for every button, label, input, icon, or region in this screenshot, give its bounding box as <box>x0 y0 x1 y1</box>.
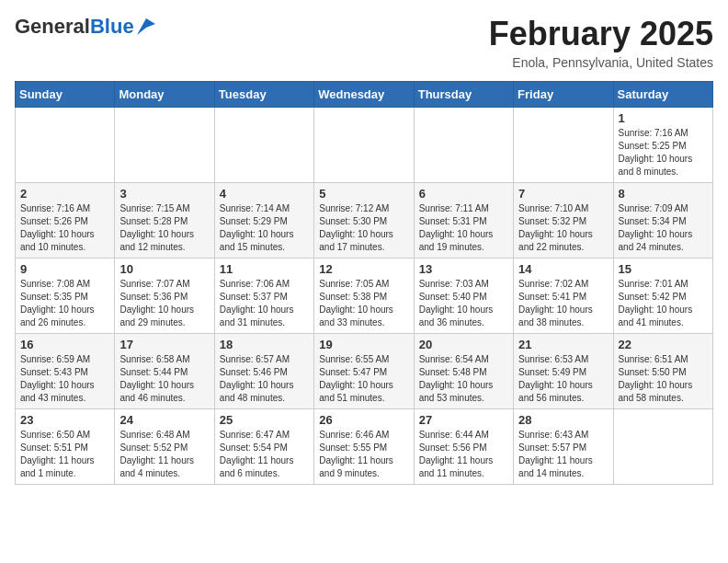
day-info: Sunrise: 6:54 AM Sunset: 5:48 PM Dayligh… <box>419 353 508 405</box>
calendar-cell: 21Sunrise: 6:53 AM Sunset: 5:49 PM Dayli… <box>514 334 613 409</box>
day-number: 14 <box>518 262 608 276</box>
calendar-cell: 3Sunrise: 7:15 AM Sunset: 5:28 PM Daylig… <box>115 183 214 259</box>
day-info: Sunrise: 7:09 AM Sunset: 5:34 PM Dayligh… <box>619 202 708 254</box>
calendar-cell: 10Sunrise: 7:07 AM Sunset: 5:36 PM Dayli… <box>115 259 214 334</box>
day-info: Sunrise: 7:15 AM Sunset: 5:28 PM Dayligh… <box>119 202 209 254</box>
day-number: 4 <box>220 187 309 201</box>
day-info: Sunrise: 7:03 AM Sunset: 5:40 PM Dayligh… <box>419 278 508 329</box>
day-number: 15 <box>619 262 708 276</box>
day-info: Sunrise: 7:01 AM Sunset: 5:42 PM Dayligh… <box>619 278 708 329</box>
day-number: 27 <box>419 413 508 427</box>
day-number: 7 <box>518 187 608 201</box>
calendar-cell: 5Sunrise: 7:12 AM Sunset: 5:30 PM Daylig… <box>314 183 414 259</box>
day-number: 3 <box>119 187 209 201</box>
day-number: 11 <box>220 262 309 276</box>
day-info: Sunrise: 7:11 AM Sunset: 5:31 PM Dayligh… <box>419 202 508 254</box>
day-info: Sunrise: 7:05 AM Sunset: 5:38 PM Dayligh… <box>319 278 408 329</box>
calendar-cell: 23Sunrise: 6:50 AM Sunset: 5:51 PM Dayli… <box>16 409 115 485</box>
calendar-week-row: 9Sunrise: 7:08 AM Sunset: 5:35 PM Daylig… <box>16 259 713 334</box>
calendar-cell: 6Sunrise: 7:11 AM Sunset: 5:31 PM Daylig… <box>414 183 513 259</box>
day-info: Sunrise: 7:16 AM Sunset: 5:26 PM Dayligh… <box>20 202 109 254</box>
logo-bird-icon <box>137 18 155 35</box>
day-number: 8 <box>619 187 708 201</box>
calendar-header-row: SundayMondayTuesdayWednesdayThursdayFrid… <box>16 82 713 108</box>
weekday-header-monday: Monday <box>115 82 214 108</box>
calendar-week-row: 16Sunrise: 6:59 AM Sunset: 5:43 PM Dayli… <box>16 334 713 409</box>
calendar-cell: 15Sunrise: 7:01 AM Sunset: 5:42 PM Dayli… <box>613 259 712 334</box>
day-number: 6 <box>419 187 508 201</box>
day-info: Sunrise: 6:47 AM Sunset: 5:54 PM Dayligh… <box>220 429 309 480</box>
day-number: 23 <box>20 413 109 427</box>
calendar-cell: 26Sunrise: 6:46 AM Sunset: 5:55 PM Dayli… <box>314 409 414 485</box>
weekday-header-sunday: Sunday <box>16 82 115 108</box>
day-info: Sunrise: 6:46 AM Sunset: 5:55 PM Dayligh… <box>319 429 408 480</box>
title-block: February 2025 Enola, Pennsylvania, Unite… <box>489 15 713 70</box>
day-info: Sunrise: 6:43 AM Sunset: 5:57 PM Dayligh… <box>518 429 608 480</box>
day-number: 22 <box>619 338 708 351</box>
day-number: 16 <box>20 338 109 351</box>
calendar-cell: 12Sunrise: 7:05 AM Sunset: 5:38 PM Dayli… <box>314 259 414 334</box>
logo-blue-text: Blue <box>90 15 134 39</box>
calendar-cell: 14Sunrise: 7:02 AM Sunset: 5:41 PM Dayli… <box>514 259 613 334</box>
day-number: 19 <box>319 338 408 351</box>
day-info: Sunrise: 7:16 AM Sunset: 5:25 PM Dayligh… <box>619 127 708 178</box>
day-number: 2 <box>20 187 109 201</box>
day-info: Sunrise: 7:02 AM Sunset: 5:41 PM Dayligh… <box>518 278 608 329</box>
calendar-cell <box>214 108 313 183</box>
logo: GeneralBlue <box>15 15 155 39</box>
calendar-cell: 11Sunrise: 7:06 AM Sunset: 5:37 PM Dayli… <box>214 259 313 334</box>
month-title: February 2025 <box>489 15 713 53</box>
day-number: 18 <box>220 338 309 351</box>
day-info: Sunrise: 6:53 AM Sunset: 5:49 PM Dayligh… <box>518 353 608 405</box>
weekday-header-saturday: Saturday <box>613 82 712 108</box>
logo-general-text: General <box>15 15 90 39</box>
day-info: Sunrise: 7:07 AM Sunset: 5:36 PM Dayligh… <box>119 278 209 329</box>
calendar-cell: 27Sunrise: 6:44 AM Sunset: 5:56 PM Dayli… <box>414 409 513 485</box>
day-info: Sunrise: 7:08 AM Sunset: 5:35 PM Dayligh… <box>20 278 109 329</box>
day-info: Sunrise: 6:59 AM Sunset: 5:43 PM Dayligh… <box>20 353 109 405</box>
weekday-header-thursday: Thursday <box>414 82 513 108</box>
day-info: Sunrise: 6:44 AM Sunset: 5:56 PM Dayligh… <box>419 429 508 480</box>
calendar-cell: 7Sunrise: 7:10 AM Sunset: 5:32 PM Daylig… <box>514 183 613 259</box>
weekday-header-tuesday: Tuesday <box>214 82 313 108</box>
day-number: 20 <box>419 338 508 351</box>
day-number: 5 <box>319 187 408 201</box>
day-number: 1 <box>619 111 708 125</box>
calendar-cell: 2Sunrise: 7:16 AM Sunset: 5:26 PM Daylig… <box>16 183 115 259</box>
calendar-cell: 22Sunrise: 6:51 AM Sunset: 5:50 PM Dayli… <box>613 334 712 409</box>
calendar-cell <box>414 108 513 183</box>
calendar-cell: 18Sunrise: 6:57 AM Sunset: 5:46 PM Dayli… <box>214 334 313 409</box>
day-info: Sunrise: 6:50 AM Sunset: 5:51 PM Dayligh… <box>20 429 109 480</box>
calendar-table: SundayMondayTuesdayWednesdayThursdayFrid… <box>15 81 713 485</box>
day-info: Sunrise: 6:48 AM Sunset: 5:52 PM Dayligh… <box>119 429 209 480</box>
calendar-cell <box>115 108 214 183</box>
day-info: Sunrise: 7:10 AM Sunset: 5:32 PM Dayligh… <box>518 202 608 254</box>
day-info: Sunrise: 7:06 AM Sunset: 5:37 PM Dayligh… <box>220 278 309 329</box>
calendar-cell <box>314 108 414 183</box>
calendar-cell: 8Sunrise: 7:09 AM Sunset: 5:34 PM Daylig… <box>613 183 712 259</box>
calendar-cell: 28Sunrise: 6:43 AM Sunset: 5:57 PM Dayli… <box>514 409 613 485</box>
calendar-cell <box>514 108 613 183</box>
day-number: 25 <box>220 413 309 427</box>
calendar-cell: 16Sunrise: 6:59 AM Sunset: 5:43 PM Dayli… <box>16 334 115 409</box>
day-info: Sunrise: 6:55 AM Sunset: 5:47 PM Dayligh… <box>319 353 408 405</box>
svg-marker-0 <box>137 18 155 35</box>
calendar-cell: 13Sunrise: 7:03 AM Sunset: 5:40 PM Dayli… <box>414 259 513 334</box>
calendar-cell: 20Sunrise: 6:54 AM Sunset: 5:48 PM Dayli… <box>414 334 513 409</box>
day-number: 28 <box>518 413 608 427</box>
day-info: Sunrise: 7:14 AM Sunset: 5:29 PM Dayligh… <box>220 202 309 254</box>
day-number: 10 <box>119 262 209 276</box>
calendar-cell: 9Sunrise: 7:08 AM Sunset: 5:35 PM Daylig… <box>16 259 115 334</box>
page-header: GeneralBlue February 2025 Enola, Pennsyl… <box>15 15 713 70</box>
day-info: Sunrise: 6:58 AM Sunset: 5:44 PM Dayligh… <box>119 353 209 405</box>
day-number: 13 <box>419 262 508 276</box>
day-number: 17 <box>119 338 209 351</box>
calendar-cell: 25Sunrise: 6:47 AM Sunset: 5:54 PM Dayli… <box>214 409 313 485</box>
day-info: Sunrise: 6:57 AM Sunset: 5:46 PM Dayligh… <box>220 353 309 405</box>
day-number: 24 <box>119 413 209 427</box>
weekday-header-wednesday: Wednesday <box>314 82 414 108</box>
day-number: 12 <box>319 262 408 276</box>
location-subtitle: Enola, Pennsylvania, United States <box>489 55 713 70</box>
calendar-week-row: 23Sunrise: 6:50 AM Sunset: 5:51 PM Dayli… <box>16 409 713 485</box>
day-number: 9 <box>20 262 109 276</box>
